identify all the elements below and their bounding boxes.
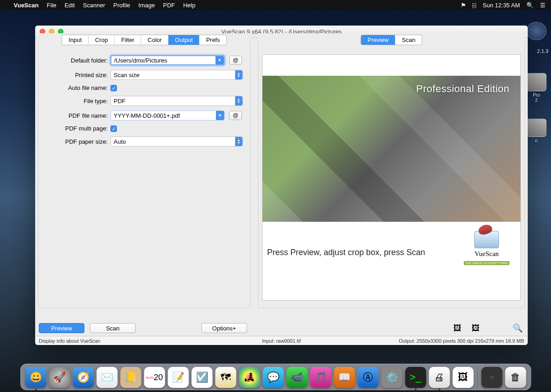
desktop-version-badge: 2.1.3 xyxy=(537,48,548,54)
default-folder-at-button[interactable]: @ xyxy=(229,56,242,65)
status-input: Input: raw0001.tif xyxy=(262,338,300,344)
pdf-multi-page-checkbox[interactable]: ✓ xyxy=(110,125,117,132)
pdf-file-name-value: YYYY-MM-DD-0001+.pdf xyxy=(114,112,180,119)
dock-vuescan-icon[interactable]: 🖨 xyxy=(429,367,450,388)
menubar-clock[interactable]: Sun 12:35 AM xyxy=(483,2,520,9)
desktop: VueScan File Edit Scanner Profile Image … xyxy=(0,0,551,392)
scanner-icon xyxy=(474,231,499,248)
spotlight-icon[interactable]: 🔍 xyxy=(526,2,534,9)
output-form: Default folder: /Users/dmx/Pictures ▼ @ … xyxy=(38,42,250,157)
zoom-in-icon[interactable]: 🔍 xyxy=(511,322,524,334)
pdf-multi-page-label: PDF multi page: xyxy=(44,125,110,132)
file-type-value: PDF xyxy=(114,98,126,105)
tab-prefs[interactable]: Prefs xyxy=(199,35,226,45)
settings-pane: Input Crop Filter Color Output Prefs Def… xyxy=(38,40,251,308)
dock-appstore-icon[interactable]: Ⓐ xyxy=(357,367,378,388)
dock: 😀 🚀 🧭 ✉️ 📒 AUG20 📝 ☑️ 🗺 🏞 💬 📹 🎵 📖 Ⓐ ⚙️ >… xyxy=(20,364,531,390)
rotate-left-icon[interactable]: 🖼 xyxy=(451,322,464,334)
tab-scan[interactable]: Scan xyxy=(395,35,422,45)
menu-pdf[interactable]: PDF xyxy=(163,2,175,9)
dock-itunes-icon[interactable]: 🎵 xyxy=(310,367,331,388)
tab-color[interactable]: Color xyxy=(141,35,168,45)
dock-preferences-icon[interactable]: ⚙️ xyxy=(381,367,402,388)
preview-pane: Preview Scan Professional Edition Press … xyxy=(258,40,525,308)
dock-trash-icon[interactable]: 🗑 xyxy=(505,367,526,388)
dropdown-arrow-icon[interactable]: ▼ xyxy=(216,111,224,120)
menubar: VueScan File Edit Scanner Profile Image … xyxy=(0,0,551,10)
tab-filter[interactable]: Filter xyxy=(115,35,141,45)
dock-thumbnail-icon[interactable]: ▪️ xyxy=(481,367,502,388)
tab-preview[interactable]: Preview xyxy=(361,35,395,45)
dock-launchpad-icon[interactable]: 🚀 xyxy=(49,367,70,388)
brand-tagline: THE IMAGE IS EVERYTHING xyxy=(464,261,509,265)
desktop-icon-label: Pro 2 xyxy=(525,93,547,103)
rotate-right-icon[interactable]: 🖼 xyxy=(469,322,482,334)
select-arrows-icon[interactable]: ▲▼ xyxy=(235,137,242,146)
status-bar: Display info about VueScan Input: raw000… xyxy=(35,336,528,345)
scan-button[interactable]: Scan xyxy=(90,323,136,333)
pdf-file-name-label: PDF file name: xyxy=(44,112,110,119)
menubar-app-name[interactable]: VueScan xyxy=(14,2,38,9)
file-type-select[interactable]: PDF ▲▼ xyxy=(110,96,243,106)
dock-calendar-icon[interactable]: AUG20 xyxy=(144,367,165,388)
dock-maps-icon[interactable]: 🗺 xyxy=(215,367,236,388)
options-button[interactable]: Options+ xyxy=(201,323,247,333)
printed-size-label: Printed size: xyxy=(44,72,110,78)
pdf-paper-size-label: PDF paper size: xyxy=(44,138,110,145)
dock-reminders-icon[interactable]: ☑️ xyxy=(191,367,212,388)
dock-mail-icon[interactable]: ✉️ xyxy=(96,367,117,388)
pdf-file-name-combo[interactable]: YYYY-MM-DD-0001+.pdf ▼ xyxy=(110,110,225,120)
dropdown-arrow-icon[interactable]: ▼ xyxy=(215,56,224,64)
settings-tabs: Input Crop Filter Color Output Prefs xyxy=(62,35,226,45)
file-type-label: File type: xyxy=(44,98,110,105)
tab-output[interactable]: Output xyxy=(168,35,199,45)
bottom-toolbar: Preview Scan Options+ 🖼 🖼 🔍 xyxy=(35,320,528,336)
default-folder-value: /Users/dmx/Pictures xyxy=(114,57,167,64)
menu-edit[interactable]: Edit xyxy=(64,2,74,9)
menubar-status-icon[interactable]: ⌸ xyxy=(472,2,476,9)
desktop-icon[interactable] xyxy=(525,22,547,42)
desktop-icon-label: n xyxy=(525,138,547,143)
pdf-paper-size-select[interactable]: Auto ▲▼ xyxy=(110,136,243,146)
vuescan-logo: VueScan THE IMAGE IS EVERYTHING xyxy=(459,231,514,267)
menu-profile[interactable]: Profile xyxy=(113,2,130,9)
desktop-drive-icon[interactable]: n xyxy=(525,119,547,143)
dock-messages-icon[interactable]: 💬 xyxy=(262,367,283,388)
dock-safari-icon[interactable]: 🧭 xyxy=(73,367,94,388)
printed-size-value: Scan size xyxy=(114,72,139,78)
preview-canvas[interactable]: Professional Edition Press Preview, adju… xyxy=(262,54,521,301)
status-output: Output: 2550x3300 pixels 300 dpi 216x279… xyxy=(399,338,524,344)
menu-scanner[interactable]: Scanner xyxy=(83,2,105,9)
select-arrows-icon[interactable]: ▲▼ xyxy=(235,70,242,79)
dock-facetime-icon[interactable]: 📹 xyxy=(286,367,307,388)
printed-size-select[interactable]: Scan size ▲▼ xyxy=(110,70,243,80)
pdf-file-name-at-button[interactable]: @ xyxy=(229,111,242,120)
menu-file[interactable]: File xyxy=(47,2,56,9)
tab-crop[interactable]: Crop xyxy=(89,35,115,45)
preview-button[interactable]: Preview xyxy=(39,323,84,333)
dock-terminal-icon[interactable]: >_ xyxy=(405,367,426,388)
tab-input[interactable]: Input xyxy=(62,35,89,45)
menubar-status-icon[interactable]: ⚑ xyxy=(461,2,466,9)
auto-file-name-checkbox[interactable]: ✓ xyxy=(110,85,117,91)
dock-ibooks-icon[interactable]: 📖 xyxy=(334,367,355,388)
dock-contacts-icon[interactable]: 📒 xyxy=(120,367,141,388)
menu-image[interactable]: Image xyxy=(138,2,155,9)
preview-collage-image xyxy=(262,76,520,222)
dock-photos-icon[interactable]: 🏞 xyxy=(239,367,260,388)
dock-preview-icon[interactable]: 🖼 xyxy=(452,367,473,388)
menu-help[interactable]: Help xyxy=(183,2,195,9)
menuextras-icon[interactable]: ☰ xyxy=(540,2,546,9)
auto-file-name-label: Auto file name: xyxy=(44,84,110,91)
preview-instruction: Press Preview, adjust crop box, press Sc… xyxy=(267,248,425,257)
select-arrows-icon[interactable]: ▲▼ xyxy=(235,96,242,105)
desktop-drive-icon[interactable]: Pro 2 xyxy=(525,73,547,103)
pdf-paper-size-value: Auto xyxy=(114,138,126,145)
status-left: Display info about VueScan xyxy=(39,338,100,344)
default-folder-combo[interactable]: /Users/dmx/Pictures ▼ xyxy=(110,55,225,65)
default-folder-label: Default folder: xyxy=(44,57,110,64)
dock-separator xyxy=(477,368,478,388)
edition-label: Professional Edition xyxy=(416,83,509,95)
dock-notes-icon[interactable]: 📝 xyxy=(168,367,189,388)
dock-finder-icon[interactable]: 😀 xyxy=(25,367,46,388)
